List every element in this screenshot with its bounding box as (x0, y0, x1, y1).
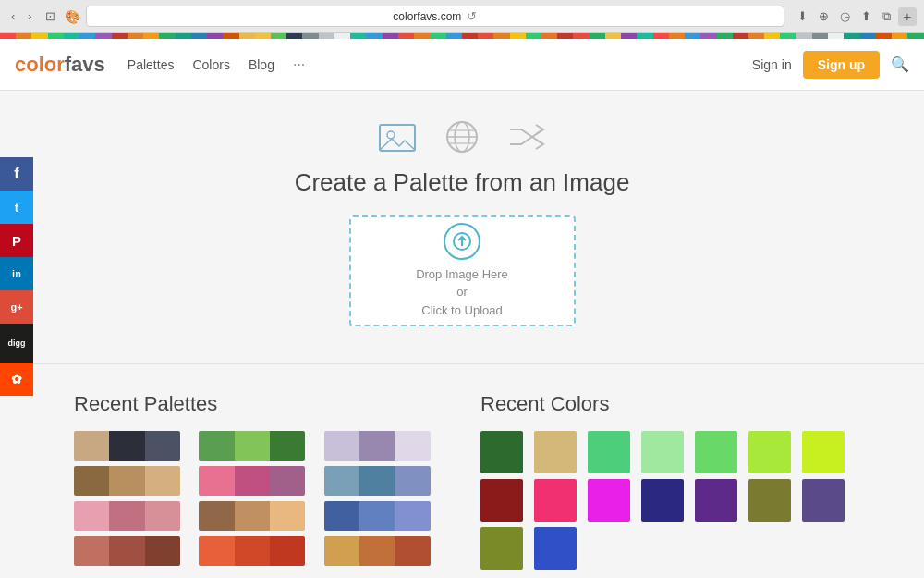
googleplus-share-button[interactable]: g+ (0, 290, 33, 324)
palette-item[interactable] (324, 431, 431, 461)
search-icon[interactable]: 🔍 (891, 55, 909, 73)
signin-button[interactable]: Sign in (752, 57, 792, 72)
linkedin-share-button[interactable]: in (0, 257, 33, 290)
palette-item[interactable] (199, 466, 305, 496)
upload-zone-wrapper: Drop Image HereorClick to Upload (0, 215, 924, 326)
palette-item[interactable] (74, 466, 180, 496)
download-button[interactable]: ⬇ (794, 7, 811, 25)
palette-item[interactable] (199, 431, 305, 461)
facebook-share-button[interactable]: f (0, 157, 33, 191)
palette-item[interactable] (74, 501, 180, 531)
logo[interactable]: colorfavs (15, 53, 105, 77)
palette-grid (74, 431, 444, 566)
browser-chrome: ‹ › ⊡ 🎨 colorfavs.com ↺ ⬇ ⊕ ◷ ⬆ ⧉ + (0, 0, 924, 33)
palette-item[interactable] (74, 431, 180, 461)
color-swatch[interactable] (695, 479, 737, 522)
social-sidebar: f t P in g+ digg ✿ (0, 157, 33, 396)
app-navbar: colorfavs Palettes Colors Blog ··· Sign … (0, 39, 924, 91)
browser-toolbar: ‹ › ⊡ 🎨 colorfavs.com ↺ ⬇ ⊕ ◷ ⬆ ⧉ + (0, 0, 924, 32)
logo-favs-part: favs (65, 53, 105, 77)
color-swatch[interactable] (534, 479, 577, 522)
palette-item[interactable] (199, 501, 305, 531)
upload-icon (444, 223, 480, 260)
nav-blog[interactable]: Blog (249, 57, 274, 72)
color-swatch[interactable] (695, 431, 737, 473)
window-minimize-button[interactable]: ⊡ (42, 7, 59, 25)
palette-item[interactable] (324, 536, 431, 566)
refresh-icon[interactable]: ↺ (467, 9, 477, 23)
pinterest-share-button[interactable]: P (0, 224, 33, 257)
main-content: Create a Palette from an Image Drop Imag… (0, 91, 924, 578)
palette-item[interactable] (324, 501, 431, 531)
nav-palettes[interactable]: Palettes (128, 57, 175, 72)
page-title: Create a Palette from an Image (0, 168, 924, 197)
palette-item[interactable] (74, 536, 180, 566)
color-swatch[interactable] (802, 479, 845, 522)
upload-zone[interactable]: Drop Image HereorClick to Upload (349, 215, 576, 326)
color-swatch[interactable] (480, 527, 523, 570)
color-swatch[interactable] (748, 479, 791, 522)
color-swatch[interactable] (641, 479, 684, 522)
color-swatch[interactable] (802, 431, 845, 473)
palette-item[interactable] (324, 466, 431, 496)
nav-more-dots[interactable]: ··· (293, 56, 305, 73)
color-swatch[interactable] (480, 479, 523, 522)
nav-actions: Sign in Sign up 🔍 (752, 51, 909, 79)
reddit-share-button[interactable]: ✿ (0, 363, 33, 396)
recent-colors-section: Recent Colors View All (480, 392, 850, 578)
upload-label: Drop Image HereorClick to Upload (416, 265, 508, 320)
color-swatch[interactable] (534, 527, 577, 570)
color-swatch[interactable] (641, 431, 684, 473)
palette-item[interactable] (199, 536, 305, 566)
url-bar[interactable]: colorfavs.com ↺ (86, 6, 784, 27)
signup-button[interactable]: Sign up (803, 51, 880, 79)
logo-color-part: color (15, 53, 65, 77)
nav-colors[interactable]: Colors (192, 57, 229, 72)
color-swatch[interactable] (480, 431, 523, 473)
recent-colors-title: Recent Colors (480, 392, 850, 416)
share-button[interactable]: ⬆ (857, 7, 875, 25)
browser-favicon: 🎨 (65, 9, 80, 24)
history-button[interactable]: ◷ (836, 7, 854, 25)
color-swatch[interactable] (588, 479, 630, 522)
forward-button[interactable]: › (24, 7, 35, 25)
url-text: colorfavs.com (393, 10, 461, 23)
svg-rect-0 (380, 125, 415, 151)
recent-palettes-section: Recent Palettes View All (74, 392, 444, 578)
recent-palettes-title: Recent Palettes (74, 392, 444, 416)
svg-point-1 (387, 131, 395, 139)
twitter-share-button[interactable]: t (0, 191, 33, 224)
color-swatch[interactable] (534, 431, 577, 473)
color-swatch[interactable] (748, 431, 791, 473)
back-button[interactable]: ‹ (7, 7, 18, 25)
browser-actions: ⬇ ⊕ ◷ ⬆ ⧉ + (794, 7, 917, 26)
color-swatch[interactable] (588, 431, 630, 473)
image-upload-icon[interactable] (379, 120, 416, 154)
digg-share-button[interactable]: digg (0, 324, 33, 363)
shuffle-icon[interactable] (508, 120, 545, 154)
tool-icons-section (0, 91, 924, 168)
zoom-button[interactable]: ⊕ (815, 7, 833, 25)
color-grid (480, 431, 850, 570)
color-stripe (0, 33, 924, 39)
bottom-sections: Recent Palettes View All Recent Colors V… (0, 392, 924, 578)
nav-links: Palettes Colors Blog ··· (128, 56, 305, 73)
globe-icon[interactable] (445, 120, 479, 154)
tabs-button[interactable]: ⧉ (879, 7, 894, 26)
section-divider (0, 363, 924, 364)
new-tab-button[interactable]: + (898, 7, 917, 26)
